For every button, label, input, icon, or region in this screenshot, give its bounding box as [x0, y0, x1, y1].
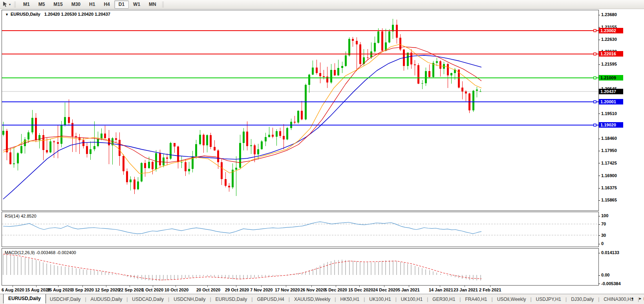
price-level-handle[interactable]	[594, 53, 596, 55]
date-tick	[106, 286, 106, 287]
chart-tab-usdcad-daily[interactable]: USDCAD,Daily	[128, 296, 168, 303]
date-label: 2 Feb 2021	[479, 288, 501, 292]
timeframe-button-m30[interactable]: M30	[67, 0, 85, 9]
tab-separator: |	[210, 297, 211, 302]
date-tick	[465, 286, 465, 287]
chart-tab-dj30-daily[interactable]: DJ30,Daily	[567, 296, 598, 303]
timeframe-button-w1[interactable]: W1	[129, 0, 145, 9]
date-label: 26 Nov 2020	[300, 288, 326, 292]
timeframe-button-m15[interactable]: M15	[49, 0, 67, 9]
price-level-handle[interactable]	[594, 101, 596, 103]
price-level-label[interactable]: 1.20001	[599, 99, 623, 104]
macd-plot[interactable]	[2, 249, 598, 285]
date-label: 17 Nov 2020	[275, 288, 300, 292]
price-axis-tick: 1.15865	[598, 197, 617, 203]
main-plot[interactable]	[2, 10, 598, 211]
macd-histogram	[3, 255, 481, 281]
date-tick	[286, 286, 286, 287]
price-level-label[interactable]: 1.23002	[599, 28, 623, 33]
cursor-tool-dropdown-icon[interactable]: ▾	[9, 3, 11, 6]
price-axis-tick: 1.22630	[598, 37, 617, 42]
date-tick	[58, 286, 59, 287]
main-chart-panel[interactable]: ▼EURUSD,Daily1.20420 1.20530 1.20420 1.2…	[2, 10, 599, 211]
chart-tab-usoil-weekly[interactable]: USOil,Weekly	[493, 296, 530, 303]
macd-indicator-panel[interactable]: MACD(12,26,9) -0.003468 -0.002400	[2, 248, 599, 286]
date-tick	[236, 286, 236, 287]
price-level-label[interactable]: 1.21009	[599, 75, 623, 81]
tab-separator: |	[530, 297, 531, 302]
chart-tab-hk50-h1[interactable]: HK50,H1	[336, 296, 363, 303]
tab-scroll-left-icon[interactable]: ◄	[630, 297, 634, 300]
tab-separator: |	[598, 297, 599, 302]
price-axis-tick: 1.17950	[598, 148, 617, 153]
chart-tab-eurusd-daily[interactable]: EURUSD,Daily	[212, 296, 251, 303]
timeframe-button-mn[interactable]: MN	[145, 0, 161, 9]
date-tick	[490, 286, 490, 287]
rsi-axis-tick: 0	[598, 241, 604, 246]
price-axis-tick: 1.17425	[598, 160, 617, 166]
chart-tab-eurusd-daily[interactable]: EURUSD,Daily	[3, 294, 46, 304]
rsi-axis-tick: 100	[598, 213, 608, 218]
date-label: 3 Sep 2020	[71, 288, 94, 292]
date-label: 7 Nov 2020	[250, 288, 273, 292]
price-level-handle[interactable]	[594, 29, 596, 32]
date-label: 24 Dec 2020	[373, 288, 398, 292]
date-label: 6 Aug 2020	[2, 288, 24, 292]
timeframe-button-m1[interactable]: M1	[19, 0, 34, 9]
date-tick	[36, 286, 37, 287]
chart-tab-ger30-h1[interactable]: GER30,H1	[428, 296, 459, 303]
price-level-label[interactable]: 1.19020	[599, 122, 623, 128]
tab-scroll-arrows: ◄ ►	[630, 297, 642, 300]
date-tick	[261, 286, 262, 287]
date-tick	[130, 286, 130, 287]
price-axis-tick: 1.19510	[598, 111, 617, 116]
rsi-line	[3, 222, 481, 234]
date-label: 29 Oct 2020	[225, 288, 249, 292]
macd-label: MACD(12,26,9) -0.003468 -0.002400	[5, 250, 76, 255]
tab-separator: |	[126, 297, 128, 302]
chart-tab-audusd-daily[interactable]: AUDUSD,Daily	[87, 296, 126, 303]
timeframe-button-d1[interactable]: D1	[114, 0, 129, 9]
tab-separator: |	[85, 297, 86, 302]
chart-tab-uk100-h1[interactable]: UK100,H1	[365, 296, 395, 303]
cursor-tool-button[interactable]	[2, 0, 8, 8]
date-tick	[409, 286, 409, 287]
timeframe-button-m5[interactable]: M5	[34, 0, 49, 9]
timeframe-button-h1[interactable]: H1	[85, 0, 99, 9]
chart-tab-xauusd-weekly[interactable]: XAUUSD,Weekly	[290, 296, 334, 303]
collapse-triangle-icon[interactable]: ▼	[5, 13, 9, 16]
price-axis-tick: 1.21595	[598, 61, 617, 67]
tab-separator: |	[565, 297, 567, 302]
rsi-axis-tick: 30	[598, 233, 606, 238]
date-tick	[440, 286, 440, 287]
macd-axis-tick: 0.00	[598, 272, 609, 278]
chart-tab-uk100-h1[interactable]: UK100,H1	[397, 296, 426, 303]
ma-fast-line	[3, 44, 481, 174]
tab-separator: |	[395, 297, 397, 302]
price-level-label[interactable]: 1.22016	[599, 51, 623, 57]
date-tick	[384, 286, 384, 287]
date-label: 14 Jan 2021	[429, 288, 453, 292]
chart-tab-fra40-h1[interactable]: FRA40,H1	[461, 296, 491, 303]
chart-ohlc-values: 1.20420 1.20530 1.20420 1.20437	[44, 12, 110, 16]
tab-separator: |	[251, 297, 252, 302]
date-label: 23 Jan 2021	[454, 288, 478, 292]
toolbar-separator	[162, 2, 164, 7]
rsi-indicator-panel[interactable]: RSI(14) 42.8520	[2, 212, 599, 247]
date-axis[interactable]: 6 Aug 202015 Aug 202025 Aug 20203 Sep 20…	[0, 286, 644, 294]
date-tick	[176, 286, 176, 287]
chart-tab-gbpusd-h4[interactable]: GBPUSD,H4	[253, 296, 288, 303]
chart-tab-usdcnh-daily[interactable]: USDCNH,Daily	[170, 296, 209, 303]
rsi-plot[interactable]	[2, 212, 598, 247]
date-tick	[82, 286, 83, 287]
tab-scroll-right-icon[interactable]: ►	[639, 297, 642, 300]
timeframe-button-h4[interactable]: H4	[99, 0, 114, 9]
price-axis-tick: 1.23680	[598, 12, 617, 17]
price-level-handle[interactable]	[594, 77, 596, 79]
chart-tab-usdjpy-h1[interactable]: USDJPY,H1	[532, 296, 565, 303]
date-label: 12 Sep 2020	[95, 288, 120, 292]
price-level-handle[interactable]	[594, 124, 596, 126]
chart-tab-usdchf-daily[interactable]: USDCHF,Daily	[46, 296, 85, 303]
macd-axis-tick: 0.014133	[598, 250, 619, 255]
macd-axis-tick: -0.005384	[598, 281, 621, 286]
